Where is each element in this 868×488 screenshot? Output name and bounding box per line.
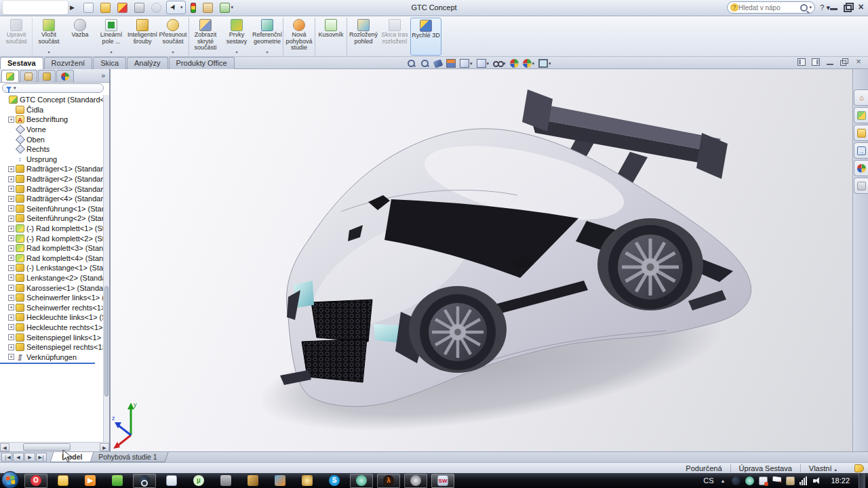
task-pane-tab[interactable] [854, 178, 868, 194]
command-tab[interactable]: Analýzy [127, 57, 168, 69]
tray-icon[interactable] [813, 476, 822, 485]
expander-icon[interactable] [8, 186, 14, 192]
tree-item[interactable]: Radträger<4> (Standard<<St [0, 194, 103, 204]
command-tab[interactable]: Rozvržení [44, 57, 93, 69]
tree-item[interactable]: Oben [0, 134, 103, 144]
expander-icon[interactable] [8, 176, 14, 182]
tree-item[interactable]: Seitenführung<2> (Standard [0, 214, 103, 224]
task-pane-tab[interactable] [854, 107, 868, 123]
filter-caret-icon[interactable]: ▾ [14, 85, 16, 91]
tree-root-item[interactable]: GTC Concept (Standard<Standa [0, 95, 103, 105]
taskbar-app-button[interactable] [52, 474, 75, 488]
tray-icon[interactable] [786, 476, 795, 485]
expander-icon[interactable] [8, 255, 14, 261]
command-tab[interactable]: Skica [93, 57, 126, 69]
tree-item[interactable]: Rad komplett<3> (Standard< [0, 243, 103, 253]
tree-item[interactable]: Karosserie<1> (Standard<<S [0, 283, 103, 293]
tree-item[interactable]: Verknüpfungen [0, 352, 103, 362]
expander-icon[interactable] [8, 304, 14, 310]
taskbar-app-button[interactable] [296, 474, 319, 488]
expander-icon[interactable] [8, 226, 14, 232]
tree-item[interactable]: Čidla [0, 105, 103, 115]
ribbon-button[interactable]: Inteligentní šrouby ▾ [127, 18, 158, 56]
scrollbar-thumb[interactable] [104, 286, 108, 397]
task-pane-tab[interactable] [854, 125, 868, 141]
ribbon-button[interactable]: Přesunout součást ▾ [158, 18, 189, 56]
tree-item[interactable]: Seitenspiegel links<1> (Stand [0, 332, 103, 342]
status-tag-icon[interactable] [854, 464, 864, 472]
tree-item[interactable]: Radträger<2> (Standard<<St [0, 174, 103, 184]
sheet-nav-button[interactable] [1, 453, 12, 462]
close-button[interactable]: × [856, 3, 865, 12]
dropdown-caret-icon[interactable]: ▾ [235, 49, 237, 54]
tree-item[interactable]: Seitenführung<1> (Standard [0, 204, 103, 214]
view-tool-button[interactable]: ▾ [446, 59, 456, 68]
tray-icon[interactable] [800, 476, 808, 485]
dropdown-caret-icon[interactable]: ▾ [487, 61, 490, 66]
ribbon-button[interactable]: Rychlé 3D ▾ [410, 18, 441, 56]
tree-item[interactable]: Lenkstange<2> (Standard<< [0, 273, 103, 283]
ribbon-button[interactable]: Nová pohybová studie ▾ [284, 18, 315, 56]
task-pane-tab[interactable] [854, 160, 868, 176]
expander-icon[interactable] [8, 314, 14, 321]
pane-toggle-left-icon[interactable] [797, 58, 806, 66]
taskbar-app-button[interactable] [350, 474, 373, 488]
expander-icon[interactable] [8, 216, 14, 222]
tab-featuremanager[interactable] [1, 70, 19, 82]
search-icon[interactable] [800, 4, 808, 12]
ribbon-button[interactable]: Upravit součást ▾ [1, 18, 33, 56]
expander-icon[interactable] [8, 235, 14, 241]
task-pane-tab[interactable] [854, 89, 868, 106]
ribbon-button[interactable]: Zobrazit skryté součásti ▾ [190, 18, 221, 56]
taskbar-app-button[interactable]: µ [187, 474, 210, 488]
status-caret-icon[interactable]: ▴ [834, 467, 837, 472]
dropdown-caret-icon[interactable]: ▾ [503, 61, 506, 66]
taskbar-app-button[interactable]: λ [377, 474, 400, 488]
tree-item[interactable]: Rad komplett<4> (Standard< [0, 253, 103, 264]
search-input[interactable] [738, 4, 800, 12]
language-indicator[interactable]: CS [703, 476, 713, 485]
tree-item[interactable]: Heckleuchte links<1> (Stand [0, 312, 103, 323]
ribbon-button[interactable]: Lineární pole ... ▾ [96, 18, 127, 56]
taskbar-app-button[interactable]: S [323, 474, 346, 488]
task-pane-tab[interactable] [854, 142, 868, 159]
show-desktop-button[interactable] [859, 473, 865, 488]
tree-rollback-bar[interactable] [0, 363, 95, 364]
ribbon-button[interactable]: Skica tras rozložení ▾ [379, 18, 410, 56]
sheet-nav-button[interactable] [24, 453, 35, 462]
document-close-button[interactable]: × [854, 58, 863, 66]
sheet-nav-button[interactable] [13, 453, 24, 462]
tree-item[interactable]: Radträger<1> (Standard<<St [0, 164, 103, 174]
view-tool-button[interactable]: ▾ [460, 59, 473, 68]
expander-icon[interactable] [8, 274, 14, 281]
taskbar-app-button[interactable] [106, 474, 129, 488]
expander-icon[interactable] [8, 334, 14, 340]
expander-icon[interactable] [8, 344, 14, 350]
minimize-button[interactable] [829, 3, 838, 12]
tray-icon[interactable] [772, 476, 781, 485]
document-minimize-button[interactable] [826, 58, 834, 66]
ribbon-button[interactable]: Vazba ▾ [64, 18, 96, 56]
dropdown-caret-icon[interactable]: ▾ [470, 61, 473, 66]
expander-icon[interactable] [8, 295, 14, 301]
command-tab[interactable]: Produkty Office [169, 57, 235, 69]
help-button[interactable]: ? ▾ [820, 3, 830, 12]
command-tab[interactable]: Sestava [0, 57, 43, 69]
tray-icon[interactable] [732, 476, 741, 485]
sheet-nav-button[interactable] [36, 453, 47, 462]
tree-horizontal-scrollbar[interactable]: ◀ ▶ [0, 442, 109, 451]
taskbar-app-button[interactable]: SW [431, 474, 454, 488]
view-tool-button[interactable]: ▾ [493, 59, 506, 68]
tree-item[interactable]: Heckleuchte rechts<1> (Star [0, 323, 103, 333]
expander-icon[interactable] [8, 205, 14, 211]
ribbon-button[interactable]: Referenční geometrie ▾ [252, 18, 283, 56]
search-box[interactable]: ? ▾ [727, 1, 815, 14]
tree-item[interactable]: Scheinwerfer links<1> (Stand [0, 293, 103, 303]
tab-configurationmanager[interactable] [38, 70, 56, 82]
view-tool-button[interactable]: ▾ [538, 59, 551, 68]
dropdown-caret-icon[interactable]: ▾ [549, 61, 551, 66]
restore-button[interactable] [843, 3, 852, 12]
pane-toggle-right-icon[interactable] [812, 58, 820, 66]
more-tabs-chevron-icon[interactable]: » [101, 72, 105, 79]
taskbar-app-button[interactable] [214, 474, 237, 488]
